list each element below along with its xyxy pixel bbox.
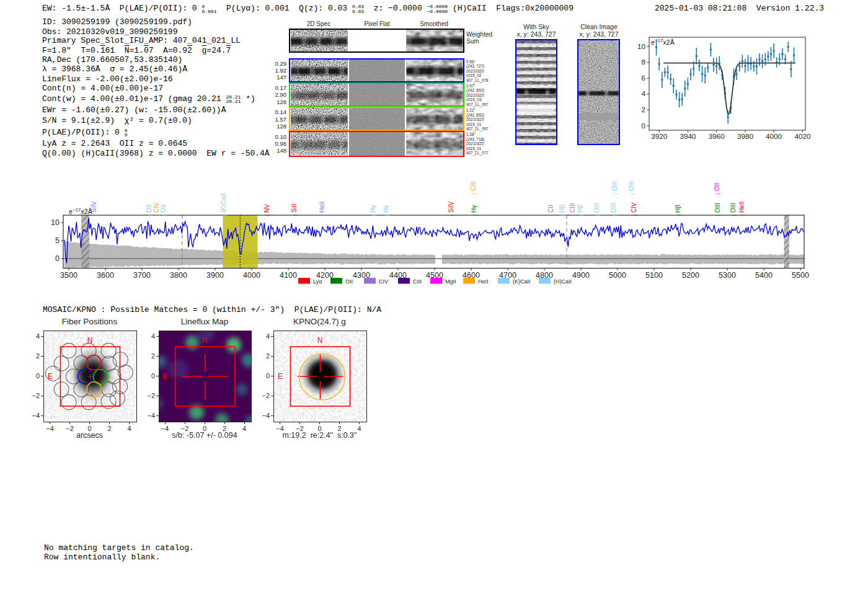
svg-text:4020: 4020	[794, 132, 811, 140]
svg-text:E: E	[48, 372, 53, 381]
svg-text:OII: OII	[345, 278, 353, 285]
svg-text:Hβ: Hβ	[675, 205, 681, 213]
svg-text:Hγ: Hγ	[383, 205, 389, 213]
svg-text:OIII: OIII	[610, 203, 617, 213]
svg-text:NV: NV	[264, 204, 270, 213]
svg-text:0: 0	[641, 122, 645, 130]
svg-text:{: {	[147, 215, 153, 216]
svg-text:3980: 3980	[737, 132, 754, 140]
svg-text:4000: 4000	[766, 132, 782, 140]
svg-text:OIII: OIII	[593, 203, 600, 213]
svg-text:{: {	[632, 215, 637, 216]
svg-text:Hγ: Hγ	[471, 205, 477, 213]
svg-text:CII: CII	[547, 205, 554, 213]
svg-text:N: N	[87, 336, 93, 345]
svg-text:3900: 3900	[206, 271, 224, 280]
svg-text:SiII: SiII	[291, 204, 298, 213]
svg-text:(K)CaII: (K)CaII	[220, 193, 227, 213]
svg-text:4: 4	[641, 89, 645, 97]
svg-text:{: {	[292, 215, 298, 216]
svg-text:{: {	[320, 215, 326, 216]
svg-text:{: {	[154, 215, 160, 216]
svg-text:N: N	[317, 336, 323, 345]
svg-text:{: {	[92, 215, 97, 216]
svg-text:Hβ: Hβ	[559, 205, 565, 213]
svg-text:5: 5	[55, 236, 60, 245]
svg-text:{: {	[384, 215, 389, 216]
svg-text:OIII: OIII	[611, 181, 618, 191]
svg-text:{: {	[740, 215, 745, 216]
svg-text:{: {	[570, 215, 576, 216]
svg-text:5000: 5000	[609, 271, 626, 280]
svg-text:{: {	[595, 215, 600, 216]
svg-text:Lyα: Lyα	[313, 278, 322, 285]
svg-text:(H)CaII: (H)CaII	[554, 278, 572, 285]
svg-text:CIV: CIV	[153, 202, 160, 213]
svg-text:{: {	[611, 215, 617, 216]
svg-text:HeII: HeII	[738, 202, 745, 213]
svg-text:10: 10	[51, 218, 60, 227]
svg-text:3920: 3920	[651, 132, 668, 140]
svg-text:MgII: MgII	[445, 278, 456, 285]
svg-text:SiIV: SiIV	[91, 201, 97, 213]
svg-text:4100: 4100	[280, 271, 297, 280]
svg-text:3960: 3960	[709, 132, 725, 140]
svg-text:OIII: OIII	[730, 203, 737, 213]
svg-text:CIII: CIII	[413, 278, 422, 285]
svg-text:5400: 5400	[755, 271, 773, 280]
svg-text:OII: OII	[160, 205, 167, 213]
svg-text:Hβ: Hβ	[577, 205, 583, 213]
svg-text:HeII: HeII	[319, 202, 326, 213]
svg-text:(K)CaII: (K)CaII	[513, 278, 531, 285]
svg-text:e−17x2Å: e−17x2Å	[651, 38, 675, 47]
svg-text:OIII: OIII	[714, 203, 721, 213]
svg-text:{: {	[161, 215, 167, 216]
svg-text:5300: 5300	[719, 271, 736, 280]
svg-text:4000: 4000	[243, 271, 260, 280]
svg-text:3600: 3600	[97, 271, 114, 280]
svg-text:5200: 5200	[682, 271, 699, 280]
svg-text:{: {	[371, 215, 376, 216]
svg-text:{: {	[629, 193, 635, 195]
svg-text:10: 10	[637, 42, 646, 50]
svg-text:CIV: CIV	[631, 202, 637, 213]
svg-text:{: {	[471, 193, 477, 195]
svg-text:HeII: HeII	[478, 278, 489, 285]
svg-text:CIII: CIII	[569, 203, 576, 213]
svg-text:{: {	[578, 215, 583, 216]
svg-text:8: 8	[641, 58, 645, 66]
svg-text:{: {	[449, 215, 454, 216]
svg-text:{: {	[265, 215, 270, 216]
svg-text:6: 6	[641, 74, 645, 82]
svg-text:SiIV: SiIV	[448, 201, 454, 213]
svg-text:2: 2	[641, 105, 645, 113]
svg-text:0: 0	[55, 254, 60, 263]
svg-text:OII: OII	[146, 205, 153, 213]
svg-text:{: {	[715, 193, 720, 195]
svg-text:4900: 4900	[572, 271, 590, 280]
svg-text:OII: OII	[714, 183, 720, 191]
svg-text:5100: 5100	[645, 271, 663, 280]
svg-text:{: {	[715, 215, 721, 216]
svg-text:3700: 3700	[133, 271, 151, 280]
svg-text:{: {	[731, 215, 737, 216]
svg-text:{: {	[676, 215, 681, 216]
svg-text:3500: 3500	[60, 271, 78, 280]
svg-text:N: N	[202, 336, 208, 345]
svg-text:{: {	[221, 215, 227, 216]
svg-text:5500: 5500	[792, 271, 809, 280]
svg-text:{: {	[549, 215, 554, 216]
svg-text:CIV: CIV	[379, 278, 388, 285]
svg-text:CIII: CIII	[470, 181, 477, 191]
svg-text:E: E	[163, 372, 168, 381]
svg-text:OIII: OIII	[628, 181, 635, 191]
svg-text:{: {	[613, 193, 618, 195]
svg-text:{: {	[560, 215, 565, 216]
svg-text:Hγ: Hγ	[370, 205, 376, 213]
svg-text:3800: 3800	[170, 271, 187, 280]
svg-text:3940: 3940	[680, 132, 696, 140]
svg-text:E: E	[278, 372, 283, 381]
svg-text:{: {	[472, 215, 477, 216]
svg-text:e−17x2Å: e−17x2Å	[69, 207, 92, 216]
